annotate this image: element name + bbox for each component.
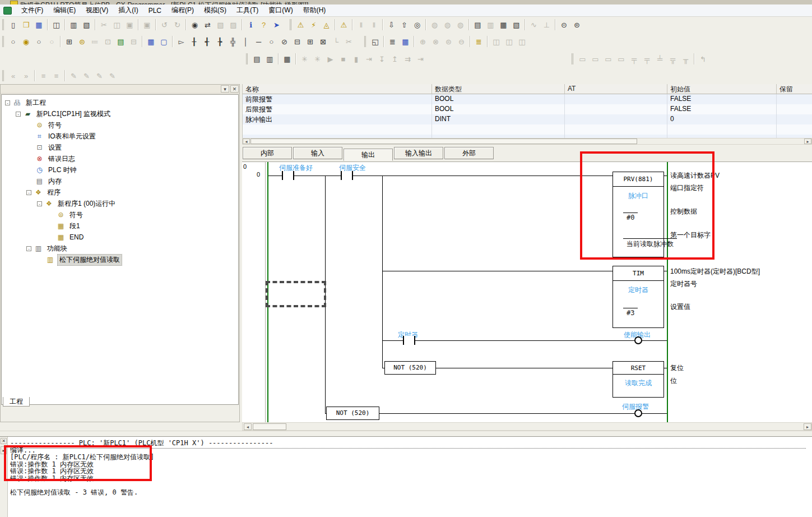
toolbar-grip[interactable] bbox=[572, 53, 574, 64]
menu-item[interactable]: 文件(F) bbox=[16, 4, 48, 16]
menu-item[interactable]: 帮助(H) bbox=[298, 4, 331, 16]
grid-toggle-icon[interactable]: ⊞ bbox=[63, 35, 76, 48]
variable-tab-2[interactable]: 输入 bbox=[293, 147, 342, 159]
tree-item-symbols[interactable]: ⊜符号 bbox=[26, 119, 63, 131]
menu-item[interactable]: 工具(T) bbox=[231, 4, 263, 16]
tree-item-symbols[interactable]: ⊜符号 bbox=[48, 209, 85, 220]
contact-servo-safe[interactable] bbox=[341, 171, 353, 180]
tree-item-program-section[interactable]: -❖新程序1 (00)运行中 bbox=[37, 198, 117, 209]
tree-item-section[interactable]: ▦段1 bbox=[48, 220, 82, 232]
fb-library-load-icon[interactable]: ▥ bbox=[263, 53, 276, 65]
new-file-icon[interactable]: ▯ bbox=[7, 19, 20, 31]
transfer-from-plc-icon[interactable]: ⇧ bbox=[398, 19, 411, 31]
tree-item-section[interactable]: ▦END bbox=[48, 232, 85, 243]
prv-operand-port[interactable]: 脉冲口 bbox=[613, 191, 663, 201]
tree-expander-icon[interactable]: - bbox=[26, 190, 31, 195]
project-tab[interactable]: 工程 bbox=[3, 397, 30, 407]
scroll-right-icon[interactable]: ▸ bbox=[804, 139, 811, 144]
toolbar-grip[interactable] bbox=[2, 19, 4, 30]
ladder-hscrollbar[interactable]: ◂ ▸ bbox=[242, 422, 812, 431]
table-cell[interactable]: 0 bbox=[667, 114, 777, 124]
toolbar-grip[interactable] bbox=[290, 19, 292, 30]
instruction-list-icon[interactable]: ≣ bbox=[386, 35, 399, 48]
ladder-editor[interactable]: 0 0 伺服准备好 伺服安全 定时器 PRV(881) 脉冲口 #0 bbox=[242, 161, 812, 422]
variable-tab-4[interactable]: 输入输出 bbox=[394, 147, 443, 159]
vertical-line-icon[interactable]: │ bbox=[239, 35, 252, 48]
variable-tab-1[interactable]: 内部 bbox=[243, 147, 292, 159]
table-cell[interactable] bbox=[777, 124, 812, 135]
table-row[interactable] bbox=[243, 124, 812, 135]
tree-item-function-block[interactable]: ▥松下伺服绝对值读取 bbox=[37, 254, 122, 265]
help-icon[interactable]: ? bbox=[257, 19, 270, 31]
table-cell[interactable]: FALSE bbox=[667, 94, 777, 104]
coil-enable-output[interactable] bbox=[634, 336, 642, 344]
tree-expander-icon[interactable]: - bbox=[37, 201, 42, 206]
watch-list-icon[interactable]: ≣ bbox=[472, 35, 485, 48]
function-block-tool-icon[interactable]: ⊞ bbox=[304, 35, 317, 48]
table-cell[interactable]: 前限报警 bbox=[243, 94, 432, 104]
tree-item-project[interactable]: -品新工程 bbox=[5, 97, 48, 108]
find-icon[interactable]: ◉ bbox=[188, 19, 201, 31]
symbol-table-icon[interactable]: ⊜ bbox=[76, 35, 89, 48]
table-cell[interactable] bbox=[565, 114, 667, 124]
dock-pin-icon[interactable]: ▾ bbox=[221, 85, 229, 93]
tree-item-io-table[interactable]: ⌗IO表和单元设置 bbox=[26, 131, 98, 142]
tree-expander-icon[interactable]: - bbox=[26, 246, 31, 251]
table-cell[interactable]: DINT bbox=[432, 114, 565, 124]
table-cell[interactable]: 后限报警 bbox=[243, 104, 432, 114]
monitor-view-icon[interactable]: ▤ bbox=[471, 19, 484, 31]
contact-servo-ready[interactable] bbox=[282, 171, 294, 180]
compare-with-plc-icon[interactable]: ◎ bbox=[411, 19, 424, 31]
watch-window-icon[interactable]: ▦ bbox=[497, 19, 510, 31]
print-preview-icon[interactable]: ▧ bbox=[80, 19, 93, 31]
select-tool-icon[interactable]: ▻ bbox=[175, 35, 188, 48]
zoom-in-icon[interactable]: ◉ bbox=[20, 35, 33, 48]
toolbar-grip[interactable] bbox=[246, 53, 248, 64]
scroll-right-icon[interactable]: ▸ bbox=[804, 423, 811, 430]
document-icon[interactable] bbox=[3, 7, 12, 15]
menu-item[interactable]: 窗口(W) bbox=[263, 4, 298, 16]
table-cell[interactable]: BOOL bbox=[432, 104, 565, 114]
menu-item[interactable]: 编辑(E) bbox=[48, 4, 81, 16]
coil-servo-alarm[interactable] bbox=[634, 409, 642, 417]
scroll-thumb[interactable] bbox=[250, 139, 637, 144]
rset-operand-bit[interactable]: 读取完成 bbox=[613, 378, 663, 388]
toolbar-grip[interactable] bbox=[2, 36, 4, 47]
run-section-icon[interactable]: ◱ bbox=[369, 35, 382, 48]
zoom-tool-icon[interactable]: ○ bbox=[7, 35, 20, 48]
properties-icon[interactable]: ℹ bbox=[244, 19, 257, 31]
cross-reference-icon[interactable]: ▧ bbox=[510, 19, 523, 31]
table-cell[interactable]: BOOL bbox=[432, 94, 565, 104]
scroll-thumb[interactable] bbox=[253, 423, 286, 430]
table-cell[interactable] bbox=[667, 124, 777, 135]
page-setup-icon[interactable]: ◫ bbox=[50, 19, 63, 31]
variable-tab-5[interactable]: 外部 bbox=[444, 147, 494, 159]
tim-operand-number[interactable]: 定时器 bbox=[613, 285, 663, 295]
contact-or-no-icon[interactable]: ╊ bbox=[214, 35, 226, 48]
menu-item[interactable]: 视图(V) bbox=[81, 4, 113, 16]
rset-instruction-block[interactable]: RSET 读取完成 bbox=[613, 361, 664, 398]
zoom-out-icon[interactable]: ○ bbox=[33, 35, 45, 48]
table-hscrollbar[interactable]: ◂ ▸ bbox=[242, 138, 812, 145]
address-reference-icon[interactable]: ⇄ bbox=[201, 19, 214, 31]
table-row[interactable]: 前限报警BOOLFALSE bbox=[243, 94, 812, 104]
horizontal-line-icon[interactable]: ─ bbox=[252, 35, 265, 48]
scroll-left-icon[interactable]: ◂ bbox=[244, 423, 252, 430]
fb-protect-icon[interactable]: ▦ bbox=[281, 53, 294, 65]
selection-rectangle[interactable] bbox=[266, 281, 326, 307]
transfer-to-plc-icon[interactable]: ⇩ bbox=[385, 19, 398, 31]
contact-timer[interactable] bbox=[403, 336, 415, 345]
work-online-icon[interactable]: ⚠ bbox=[294, 19, 307, 31]
plc-instruction-icon[interactable]: ⊟ bbox=[291, 35, 304, 48]
table-row[interactable]: 脉冲输出DINT0 bbox=[243, 114, 812, 124]
toolbar-grip[interactable] bbox=[364, 36, 366, 47]
release-password-icon[interactable]: ⊜ bbox=[570, 19, 583, 31]
not-instruction-block[interactable]: NOT (520) bbox=[384, 361, 436, 375]
tree-item-error-log[interactable]: ⊗错误日志 bbox=[26, 153, 77, 164]
tree-item-function-blocks[interactable]: -▥功能块 bbox=[26, 243, 69, 254]
mnemonic-view-icon[interactable]: ▦ bbox=[145, 35, 157, 48]
tim-instruction-block[interactable]: TIM 定时器 #3 bbox=[613, 266, 664, 328]
set-password-icon[interactable]: ⊝ bbox=[558, 19, 570, 31]
invoke-fb-icon[interactable]: ⊠ bbox=[317, 35, 330, 48]
auto-online-icon[interactable]: ⚠ bbox=[337, 19, 350, 31]
